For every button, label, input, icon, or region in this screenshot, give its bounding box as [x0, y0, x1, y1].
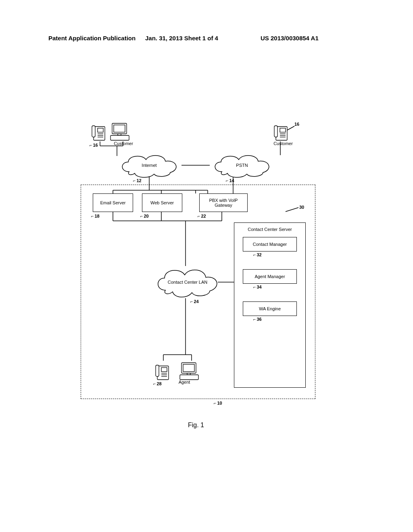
svg-rect-33	[114, 125, 125, 132]
ref-18-num: 18	[94, 214, 99, 218]
internet-cloud: Internet	[117, 152, 181, 178]
ref-30-num: 30	[299, 205, 304, 210]
svg-rect-27	[92, 126, 95, 137]
svg-rect-43	[156, 365, 159, 376]
cc-server-title: Contact Center Server	[236, 227, 304, 232]
customer-right-label: Customer	[271, 141, 295, 146]
ref-32: ⌐32	[253, 252, 262, 257]
pbx-box: PBX with VoIP Gateway	[199, 193, 248, 212]
customer-left-label: Customer	[111, 141, 136, 146]
phone-and-pc-icon	[91, 121, 131, 143]
ref-14: ⌐14	[226, 178, 234, 183]
agent-manager-box: Agent Manager	[243, 269, 297, 284]
ref-16-left-num: 16	[93, 143, 98, 148]
pstn-cloud: PSTN	[210, 152, 274, 178]
agent-label: Agent	[174, 380, 194, 384]
ref-16-right-num: 16	[294, 122, 299, 127]
svg-rect-28	[98, 128, 103, 132]
svg-rect-35	[111, 135, 129, 140]
ref-12-num: 12	[136, 178, 141, 183]
ref-28-num: 28	[156, 381, 161, 386]
ref-30: 30	[299, 205, 304, 210]
header-left: Patent Application Publication	[48, 35, 136, 42]
ref-12: ⌐12	[133, 178, 142, 183]
svg-rect-51	[180, 375, 198, 380]
ref-28: ⌐28	[153, 381, 162, 386]
header-right: US 2013/0030854 A1	[261, 35, 319, 42]
patent-figure-page: Patent Application Publication Jan. 31, …	[0, 0, 413, 532]
phone-icon	[273, 121, 290, 143]
figure-caption: Fig. 1	[188, 422, 204, 429]
svg-rect-37	[274, 126, 277, 137]
lan-cloud: Contact Center LAN	[153, 266, 222, 298]
email-server-box: Email Server	[93, 193, 133, 212]
header-center: Jan. 31, 2013 Sheet 1 of 4	[145, 35, 218, 42]
ref-14-num: 14	[229, 178, 234, 183]
wa-engine-box: WA Engine	[243, 301, 297, 316]
ref-20-num: 20	[144, 214, 148, 218]
ref-10-num: 10	[217, 401, 222, 405]
ref-18: ⌐18	[91, 214, 100, 218]
ref-22-num: 22	[201, 214, 206, 218]
web-server-box: Web Server	[142, 193, 182, 212]
ref-34-num: 34	[257, 285, 261, 289]
ref-32-num: 32	[257, 252, 261, 257]
svg-rect-49	[183, 364, 194, 372]
ref-36-num: 36	[257, 317, 261, 322]
ref-34: ⌐34	[253, 285, 262, 289]
ref-20: ⌐20	[140, 214, 149, 218]
ref-16-left: ⌐16	[90, 143, 98, 148]
svg-rect-44	[161, 368, 167, 372]
svg-rect-38	[280, 128, 286, 132]
ref-36: ⌐36	[253, 317, 262, 322]
ref-22: ⌐22	[198, 214, 206, 218]
ref-24-num: 24	[194, 299, 198, 304]
ref-16-right: 16	[294, 122, 299, 127]
contact-manager-box: Contact Manager	[243, 237, 297, 251]
ref-24: ⌐24	[190, 299, 199, 304]
phone-and-pc-icon	[155, 360, 203, 382]
ref-10: ⌐10	[214, 401, 222, 405]
